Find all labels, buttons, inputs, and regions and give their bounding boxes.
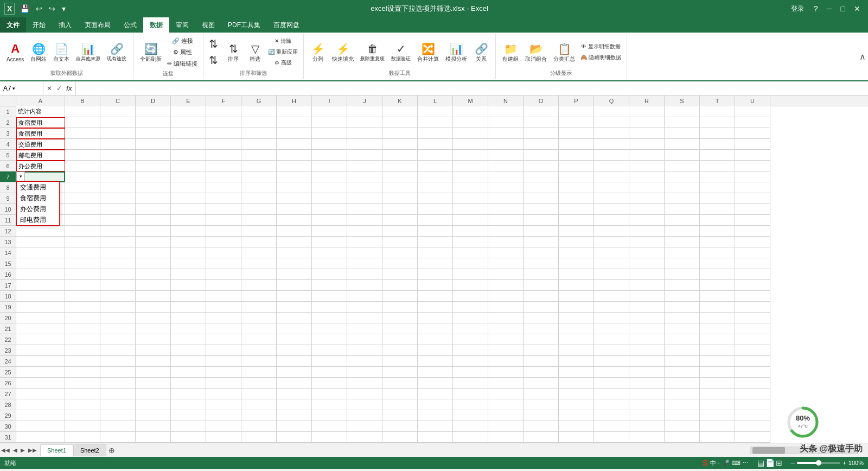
cell-I12[interactable] <box>312 226 347 237</box>
row-number-31[interactable]: 31 <box>0 432 16 443</box>
filter-button[interactable]: ▽ 筛选 <box>245 41 265 63</box>
cell-K10[interactable] <box>382 204 418 215</box>
cell-L16[interactable] <box>418 269 453 280</box>
cell-J26[interactable] <box>347 378 382 389</box>
cell-Q21[interactable] <box>594 323 629 334</box>
help-button[interactable]: ? <box>810 3 821 14</box>
cell-D1[interactable] <box>136 106 171 117</box>
cell-I14[interactable] <box>312 247 347 258</box>
cell-G10[interactable] <box>241 204 277 215</box>
cell-C21[interactable] <box>100 323 136 334</box>
cell-M13[interactable] <box>453 237 488 247</box>
cell-S19[interactable] <box>665 302 700 313</box>
cell-K12[interactable] <box>382 226 418 237</box>
cell-S18[interactable] <box>665 291 700 302</box>
cell-N6[interactable] <box>488 161 524 171</box>
cell-O2[interactable] <box>524 117 559 128</box>
cell-U27[interactable] <box>735 389 770 399</box>
cell-D24[interactable] <box>136 356 171 367</box>
cell-O14[interactable] <box>524 247 559 258</box>
cell-B8[interactable] <box>65 182 100 193</box>
col-header-d[interactable]: D <box>136 96 171 106</box>
cell-J21[interactable] <box>347 323 382 334</box>
col-header-e[interactable]: E <box>171 96 206 106</box>
hide-detail-button[interactable]: 🙈 隐藏明细数据 <box>579 53 622 62</box>
cell-R28[interactable] <box>629 399 665 410</box>
cell-T26[interactable] <box>700 378 735 389</box>
cell-O22[interactable] <box>524 334 559 345</box>
cell-S25[interactable] <box>665 367 700 378</box>
tab-review[interactable]: 审阅 <box>169 17 195 33</box>
cell-T1[interactable] <box>700 106 735 117</box>
cell-B10[interactable] <box>65 204 100 215</box>
row-number-7[interactable]: 7 <box>0 171 16 182</box>
cell-S22[interactable] <box>665 334 700 345</box>
cell-E3[interactable] <box>171 128 206 139</box>
cell-A24[interactable] <box>16 356 65 367</box>
cell-O13[interactable] <box>524 237 559 247</box>
cell-T27[interactable] <box>700 389 735 399</box>
cell-N29[interactable] <box>488 410 524 421</box>
cell-F6[interactable] <box>206 161 241 171</box>
cell-K29[interactable] <box>382 410 418 421</box>
cell-A30[interactable] <box>16 421 65 432</box>
col-header-a[interactable]: A <box>16 96 65 106</box>
cell-L14[interactable] <box>418 247 453 258</box>
cell-F10[interactable] <box>206 204 241 215</box>
cell-Q11[interactable] <box>594 215 629 226</box>
cell-S26[interactable] <box>665 378 700 389</box>
cell-A1[interactable]: 统计内容 <box>16 106 65 117</box>
cell-Q20[interactable] <box>594 313 629 323</box>
cell-N1[interactable] <box>488 106 524 117</box>
cell-O30[interactable] <box>524 421 559 432</box>
cell-R14[interactable] <box>629 247 665 258</box>
cell-I11[interactable] <box>312 215 347 226</box>
cell-K30[interactable] <box>382 421 418 432</box>
cell-E4[interactable] <box>171 139 206 150</box>
cell-N15[interactable] <box>488 258 524 269</box>
cell-A17[interactable] <box>16 280 65 291</box>
cell-K31[interactable] <box>382 432 418 443</box>
cell-P27[interactable] <box>559 389 594 399</box>
cell-D11[interactable] <box>136 215 171 226</box>
cell-T28[interactable] <box>700 399 735 410</box>
existing-connections-button[interactable]: 🔗 现有连接 <box>105 41 129 63</box>
cell-S27[interactable] <box>665 389 700 399</box>
cell-R9[interactable] <box>629 193 665 204</box>
cell-O28[interactable] <box>524 399 559 410</box>
cell-L15[interactable] <box>418 258 453 269</box>
row-number-14[interactable]: 14 <box>0 247 16 258</box>
undo-icon[interactable]: ↩ <box>34 3 44 14</box>
cell-F4[interactable] <box>206 139 241 150</box>
cell-S7[interactable] <box>665 171 700 182</box>
cell-S30[interactable] <box>665 421 700 432</box>
cell-Q19[interactable] <box>594 302 629 313</box>
cell-P11[interactable] <box>559 215 594 226</box>
cell-R4[interactable] <box>629 139 665 150</box>
cell-R24[interactable] <box>629 356 665 367</box>
cell-N18[interactable] <box>488 291 524 302</box>
cell-C24[interactable] <box>100 356 136 367</box>
cell-G30[interactable] <box>241 421 277 432</box>
cell-F12[interactable] <box>206 226 241 237</box>
refresh-all-button[interactable]: 🔄 全部刷新 <box>138 41 164 63</box>
cell-L11[interactable] <box>418 215 453 226</box>
cell-E23[interactable] <box>171 345 206 356</box>
cell-F15[interactable] <box>206 258 241 269</box>
cell-D7[interactable] <box>136 171 171 182</box>
cell-G25[interactable] <box>241 367 277 378</box>
cell-M11[interactable] <box>453 215 488 226</box>
cell-T22[interactable] <box>700 334 735 345</box>
cell-S10[interactable] <box>665 204 700 215</box>
cell-L20[interactable] <box>418 313 453 323</box>
cell-S17[interactable] <box>665 280 700 291</box>
cell-H28[interactable] <box>277 399 312 410</box>
cell-R6[interactable] <box>629 161 665 171</box>
cell-R17[interactable] <box>629 280 665 291</box>
cell-M4[interactable] <box>453 139 488 150</box>
cell-P20[interactable] <box>559 313 594 323</box>
cell-S28[interactable] <box>665 399 700 410</box>
cell-J5[interactable] <box>347 150 382 161</box>
cell-P12[interactable] <box>559 226 594 237</box>
cell-B7[interactable] <box>65 171 100 182</box>
